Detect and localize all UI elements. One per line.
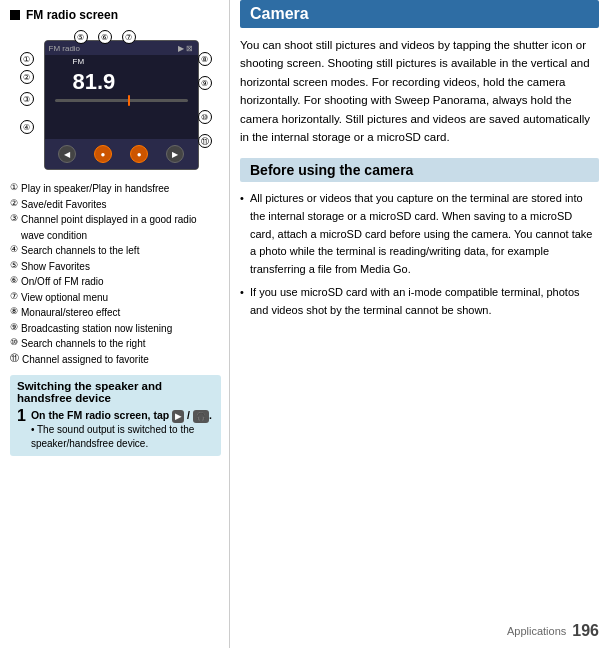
before-body: All pictures or videos that you capture … xyxy=(240,190,599,325)
legend-list: ① Play in speaker/Play in handsfree ② Sa… xyxy=(10,181,221,367)
page-number: 196 xyxy=(572,622,599,640)
footer-label: Applications xyxy=(507,625,566,637)
label-4: ④ xyxy=(20,120,34,134)
before-header: Before using the camera xyxy=(240,158,599,182)
fm-bottom-bar: ◀ ● ● ▶ xyxy=(45,139,198,169)
label-6: ⑥ xyxy=(98,30,112,44)
label-10: ⑩ xyxy=(198,110,212,124)
legend-item-9: ⑨ Broadcasting station now listening xyxy=(10,321,221,337)
label-8: ⑧ xyxy=(198,52,212,66)
fm-screen: FM radio ▶ ⊠ FM 81.9 ◀ ● ● ▶ xyxy=(44,40,199,170)
before-list: All pictures or videos that you capture … xyxy=(240,190,599,319)
fm-btn-left[interactable]: ◀ xyxy=(58,145,76,163)
legend-item-3: ③ Channel point displayed in a good radi… xyxy=(10,212,221,243)
switching-box: Switching the speaker and handsfree devi… xyxy=(10,375,221,456)
step-body: • The sound output is switched to the sp… xyxy=(31,423,214,451)
fm-freq-bar xyxy=(55,99,188,102)
fm-btn-right[interactable]: ● xyxy=(130,145,148,163)
legend-item-7: ⑦ View optional menu xyxy=(10,290,221,306)
headset-icon: 🎧 xyxy=(193,410,209,423)
black-square-icon xyxy=(10,10,20,20)
label-7: ⑦ xyxy=(122,30,136,44)
legend-item-6: ⑥ On/Off of FM radio xyxy=(10,274,221,290)
legend-item-10: ⑩ Search channels to the right xyxy=(10,336,221,352)
label-3: ③ xyxy=(20,92,34,106)
fm-screen-wrapper: FM radio ▶ ⊠ FM 81.9 ◀ ● ● ▶ ① ② ③ ④ ⑤ ⑥… xyxy=(16,30,216,175)
freq-indicator xyxy=(128,95,130,106)
fm-frequency: 81.9 xyxy=(73,69,116,95)
camera-header: Camera xyxy=(240,0,599,28)
step-content: On the FM radio screen, tap ▶ / 🎧. • The… xyxy=(31,408,214,451)
before-item-2: If you use microSD card with an i-mode c… xyxy=(240,284,599,319)
label-2: ② xyxy=(20,70,34,84)
label-5: ⑤ xyxy=(74,30,88,44)
section-title: FM radio screen xyxy=(26,8,118,22)
left-column: FM radio screen FM radio ▶ ⊠ FM 81.9 ◀ ●… xyxy=(0,0,230,648)
fm-btn-far-right[interactable]: ▶ xyxy=(166,145,184,163)
legend-item-2: ② Save/edit Favorites xyxy=(10,197,221,213)
step-title: On the FM radio screen, tap ▶ / 🎧. xyxy=(31,408,214,423)
legend-item-5: ⑤ Show Favorites xyxy=(10,259,221,275)
label-1: ① xyxy=(20,52,34,66)
step-number: 1 xyxy=(17,408,26,451)
page-footer: Applications 196 xyxy=(240,622,599,640)
legend-item-11: ⑪ Channel assigned to favorite xyxy=(10,352,221,368)
legend-item-8: ⑧ Monaural/stereo effect xyxy=(10,305,221,321)
fm-label: FM xyxy=(73,57,85,66)
section-title-bar: FM radio screen xyxy=(10,8,221,22)
legend-item-4: ④ Search channels to the left xyxy=(10,243,221,259)
right-column: Camera You can shoot still pictures and … xyxy=(230,0,609,648)
label-11: ⑪ xyxy=(198,134,212,148)
legend-item-1: ① Play in speaker/Play in handsfree xyxy=(10,181,221,197)
switching-title: Switching the speaker and handsfree devi… xyxy=(17,380,214,404)
step-row: 1 On the FM radio screen, tap ▶ / 🎧. • T… xyxy=(17,408,214,451)
fm-status-bar: FM radio ▶ ⊠ xyxy=(45,41,198,55)
fm-btn-center[interactable]: ● xyxy=(94,145,112,163)
speaker-icon: ▶ xyxy=(172,410,184,423)
camera-body: You can shoot still pictures and videos … xyxy=(240,36,599,146)
before-item-1: All pictures or videos that you capture … xyxy=(240,190,599,278)
label-9: ⑨ xyxy=(198,76,212,90)
